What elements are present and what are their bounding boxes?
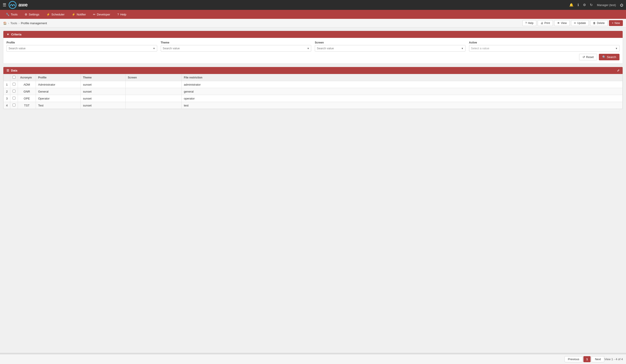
action-buttons: ? Help 🖨 Print 👁 View ✏ Update 🗑 Delete … bbox=[522, 20, 623, 26]
row-2-checkbox[interactable] bbox=[13, 90, 15, 93]
print-label: Print bbox=[544, 22, 550, 25]
sidebar-item-settings[interactable]: ⚙ Settings bbox=[22, 11, 42, 17]
code-icon: ✏ bbox=[93, 13, 95, 16]
sidebar-item-developer[interactable]: ✏ Developer bbox=[90, 11, 113, 17]
sidebar-item-notifier[interactable]: ⚡ Notifier bbox=[69, 11, 89, 17]
screen-label: Screen bbox=[315, 41, 466, 44]
help-button[interactable]: ? Help bbox=[522, 20, 536, 26]
expand-icon[interactable]: ⤢ bbox=[617, 69, 620, 72]
row-4-checkbox[interactable] bbox=[13, 104, 15, 107]
table-row[interactable]: 2 GNR General sunset general bbox=[3, 88, 623, 95]
new-label: New bbox=[615, 22, 620, 25]
data-title: Data bbox=[11, 69, 17, 72]
view-button[interactable]: 👁 View bbox=[554, 20, 570, 26]
sidebar-item-help[interactable]: ? Help bbox=[114, 11, 129, 17]
svg-point-0 bbox=[9, 1, 16, 8]
row-4-profile: Test bbox=[36, 102, 81, 109]
active-select[interactable]: Select a value Yes No bbox=[469, 45, 620, 52]
notifier-label: Notifier bbox=[77, 13, 86, 16]
gear-icon: ⚙ bbox=[25, 13, 27, 16]
row-2-filerestriction: general bbox=[182, 88, 623, 95]
reset-icon: ↺ bbox=[583, 55, 585, 59]
print-button[interactable]: 🖨 Print bbox=[538, 20, 553, 26]
row-1-screen bbox=[125, 81, 182, 88]
data-table: Acronym Profile Theme Screen File restri… bbox=[3, 74, 623, 109]
row-4-num: 4 bbox=[3, 102, 10, 109]
row-2-check bbox=[10, 88, 18, 95]
data-panel: ☰ Data ⤢ Acronym Profile Theme Sc bbox=[3, 67, 623, 109]
row-3-acronym: OPE bbox=[18, 95, 36, 102]
theme-input[interactable] bbox=[161, 45, 312, 52]
table-body: 1 ADM Administrator sunset administrator… bbox=[3, 81, 623, 109]
row-2-screen bbox=[125, 88, 182, 95]
row-1-check bbox=[10, 81, 18, 88]
notification-icon[interactable]: 🔔 bbox=[569, 3, 574, 7]
profile-input[interactable] bbox=[6, 45, 157, 52]
table-row[interactable]: 1 ADM Administrator sunset administrator bbox=[3, 81, 623, 88]
criteria-actions: ↺ Reset 🔍 Search bbox=[6, 54, 620, 60]
eye-icon: 👁 bbox=[557, 22, 560, 25]
row-3-screen bbox=[125, 95, 182, 102]
col-header-screen: Screen bbox=[125, 74, 182, 81]
user-label[interactable]: Manager (test) bbox=[597, 3, 616, 7]
refresh-icon[interactable]: ↻ bbox=[590, 3, 593, 7]
row-3-num: 3 bbox=[3, 95, 10, 102]
row-3-checkbox[interactable] bbox=[13, 97, 15, 100]
criteria-profile-field: Profile ▼ bbox=[6, 41, 157, 52]
theme-input-wrap: ▼ bbox=[161, 45, 312, 52]
sidebar-item-scheduler[interactable]: ⚡ Scheduler bbox=[43, 11, 68, 17]
sidebar-item-tools[interactable]: 🔧 Tools bbox=[3, 11, 21, 17]
edit-icon: ✏ bbox=[574, 22, 576, 25]
criteria-panel-body: Profile ▼ Theme ▼ Screen bbox=[3, 38, 623, 63]
table-row[interactable]: 4 TST Test sunset test bbox=[3, 102, 623, 109]
row-3-theme: sunset bbox=[81, 95, 125, 102]
breadcrumb-tools[interactable]: Tools bbox=[10, 22, 17, 25]
col-header-check bbox=[10, 74, 18, 81]
delete-button[interactable]: 🗑 Delete bbox=[590, 20, 608, 26]
sub-navbar: 🔧 Tools ⚙ Settings ⚡ Scheduler ⚡ Notifie… bbox=[0, 10, 626, 19]
search-label: Search bbox=[607, 55, 616, 59]
help-nav-icon: ? bbox=[117, 13, 119, 16]
breadcrumb-sep-2: › bbox=[19, 22, 20, 25]
navbar-left: ☰ awe bbox=[3, 1, 28, 9]
table-header-row: Acronym Profile Theme Screen File restri… bbox=[3, 74, 623, 81]
criteria-panel-header: ▼ Criteria bbox=[3, 31, 623, 38]
hamburger-icon[interactable]: ☰ bbox=[3, 2, 6, 7]
plus-icon: + bbox=[612, 22, 613, 25]
row-4-check bbox=[10, 102, 18, 109]
bolt-icon: ⚡ bbox=[72, 13, 75, 16]
breadcrumb-bar: 🏠 › Tools › Profile management ? Help 🖨 … bbox=[0, 19, 626, 28]
active-select-wrap: Select a value Yes No ▼ bbox=[469, 45, 620, 52]
new-button[interactable]: + New bbox=[609, 20, 623, 26]
navbar-right: 🔔 ℹ ⚙ ↻ Manager (test) ⏻ bbox=[569, 3, 623, 7]
update-button[interactable]: ✏ Update bbox=[571, 20, 589, 26]
table-row[interactable]: 3 OPE Operator sunset operator bbox=[3, 95, 623, 102]
col-header-acronym: Acronym bbox=[18, 74, 36, 81]
home-icon[interactable]: 🏠 bbox=[3, 22, 7, 25]
wrench-icon: 🔧 bbox=[6, 13, 9, 16]
criteria-theme-field: Theme ▼ bbox=[161, 41, 312, 52]
delete-label: Delete bbox=[597, 22, 605, 25]
view-label: View bbox=[561, 22, 567, 25]
criteria-panel: ▼ Criteria Profile ▼ Theme bbox=[3, 31, 623, 64]
info-icon[interactable]: ℹ bbox=[578, 3, 579, 7]
profile-input-wrap: ▼ bbox=[6, 45, 157, 52]
filter-icon: ▼ bbox=[6, 33, 9, 36]
help-btn-icon: ? bbox=[525, 22, 527, 25]
logo-area: awe bbox=[8, 1, 28, 9]
reset-button[interactable]: ↺ Reset bbox=[579, 54, 597, 60]
search-icon: 🔍 bbox=[602, 55, 606, 59]
breadcrumb: 🏠 › Tools › Profile management bbox=[3, 22, 47, 25]
settings-icon[interactable]: ⚙ bbox=[583, 3, 586, 7]
power-icon[interactable]: ⏻ bbox=[620, 3, 623, 7]
select-all-checkbox[interactable] bbox=[13, 76, 15, 79]
row-1-checkbox[interactable] bbox=[13, 83, 15, 86]
data-panel-header: ☰ Data ⤢ bbox=[3, 67, 623, 74]
search-button[interactable]: 🔍 Search bbox=[599, 54, 620, 60]
criteria-screen-field: Screen ▼ bbox=[315, 41, 466, 52]
row-3-profile: Operator bbox=[36, 95, 81, 102]
screen-input[interactable] bbox=[315, 45, 466, 52]
row-2-theme: sunset bbox=[81, 88, 125, 95]
row-1-acronym: ADM bbox=[18, 81, 36, 88]
col-header-theme: Theme bbox=[81, 74, 125, 81]
